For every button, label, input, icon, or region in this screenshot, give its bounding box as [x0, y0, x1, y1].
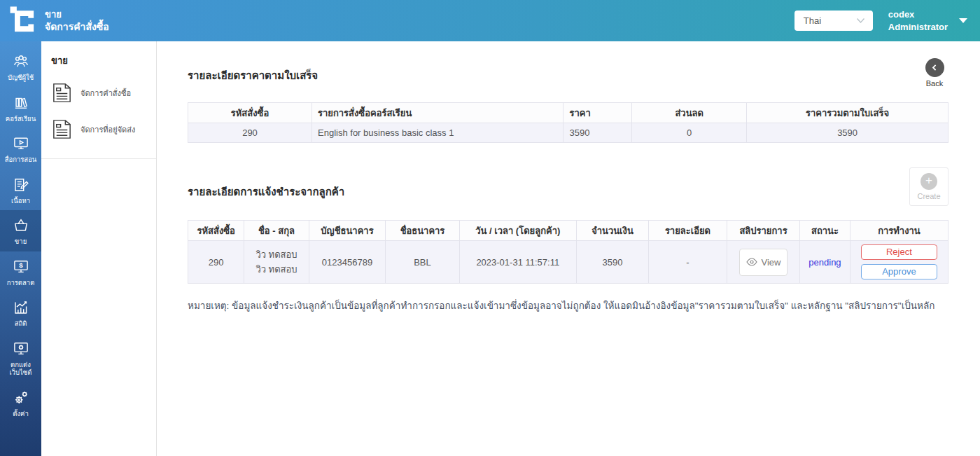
back-button[interactable]: Back: [918, 58, 951, 88]
header-slip: สลิปรายการ: [727, 221, 799, 241]
cell-datetime: 2023-01-31 11:57:11: [459, 241, 576, 284]
payment-table: รหัสสั่งซื้อ ชื่อ - สกุล บัญชีธนาคาร ชื่…: [188, 220, 948, 284]
sidebar-item-label: ตกแต่งเว็บไซต์: [1, 361, 41, 377]
cell-amount: 3590: [576, 241, 648, 284]
cell-status: pending: [800, 241, 850, 284]
header-bank-account: บัญชีธนาคาร: [309, 221, 386, 241]
eye-icon: [746, 258, 757, 266]
header-order-code: รหัสสั่งซื้อ: [188, 221, 244, 241]
document-icon: [50, 118, 74, 141]
chevron-left-icon: [931, 64, 938, 71]
receipt-table: รหัสสั่งซื้อ รายการสั่งซื้อคอร์สเรียน รา…: [188, 102, 948, 143]
books-icon: [12, 94, 30, 112]
submenu-panel: ขาย จัดการคำสั่งซื้อ จัดการที่อยู่จัดส่ง: [41, 41, 157, 456]
submenu-item-label: จัดการที่อยู่จัดส่ง: [80, 123, 135, 136]
cell-detail: -: [649, 241, 727, 284]
payment-table-row: 290 วิว ทดสอบ วิว ทดสอบ 0123456789 BBL 2…: [188, 241, 948, 284]
create-button-label: Create: [917, 192, 940, 200]
sidebar-item-courses[interactable]: คอร์สเรียน: [0, 88, 41, 129]
brand-section-label: ขาย: [45, 8, 109, 20]
payment-section-title: รายละเอียดการแจ้งชำระจากลูกค้า: [188, 184, 910, 200]
reject-button[interactable]: Reject: [861, 244, 937, 260]
sidebar-item-label: คอร์สเรียน: [6, 115, 36, 123]
page-title-block: ขาย จัดการคำสั่งซื้อ: [45, 8, 109, 34]
language-select[interactable]: Thai: [794, 11, 873, 31]
sidebar-item-teaching-media[interactable]: สื่อการสอน: [0, 128, 41, 170]
caret-down-icon: [959, 18, 967, 23]
sidebar-item-label: เนื้อหา: [11, 197, 30, 205]
sidebar-item-website-customize[interactable]: ตกแต่งเว็บไซต์: [0, 333, 41, 382]
payment-note: หมายเหตุ: ข้อมูลแจ้งชำระเงินลูกค้าเป็นข้…: [188, 299, 952, 312]
header-datetime: วัน / เวลา (โดยลูกค้า): [459, 221, 576, 241]
sidebar-item-label: สื่อการสอน: [5, 156, 37, 164]
back-button-label: Back: [926, 79, 943, 88]
header-status: สถานะ: [800, 221, 850, 241]
header-receipt-total: ราคารวมตามใบเสร็จ: [747, 103, 948, 123]
payment-table-header-row: รหัสสั่งซื้อ ชื่อ - สกุล บัญชีธนาคาร ชื่…: [188, 221, 948, 241]
cell-receipt-total: 3590: [747, 123, 948, 143]
view-slip-label: View: [762, 257, 781, 268]
cell-price: 3590: [564, 123, 632, 143]
cell-course-item: English for business basic class 1: [312, 123, 564, 143]
header-full-name: ชื่อ - สกุล: [244, 221, 309, 241]
header-bank-name: ชื่อธนาคาร: [386, 221, 459, 241]
approve-button[interactable]: Approve: [861, 264, 937, 279]
cell-bank-account: 0123456789: [309, 241, 386, 284]
header-order-code: รหัสสั่งซื้อ: [188, 103, 312, 123]
submenu-item-manage-orders[interactable]: จัดการคำสั่งซื้อ: [50, 81, 156, 104]
settings-gears-icon: [12, 389, 30, 407]
sidebar-item-statistics[interactable]: สถิติ: [0, 292, 41, 333]
receipt-table-row: 290 English for business basic class 1 3…: [188, 123, 948, 143]
users-icon: [12, 53, 30, 71]
header-amount: จำนวนเงิน: [576, 221, 648, 241]
submenu-item-manage-shipping[interactable]: จัดการที่อยู่จัดส่ง: [50, 118, 156, 141]
cell-bank-name: BBL: [386, 241, 459, 284]
content-edit-icon: [12, 176, 30, 194]
sidebar-item-label: บัญชีผู้ใช้: [8, 74, 34, 82]
user-role: Administrator: [888, 21, 948, 34]
cell-order-code: 290: [188, 241, 244, 284]
sidebar-item-settings[interactable]: ตั้งค่า: [0, 382, 41, 424]
create-button[interactable]: + Create: [909, 167, 948, 206]
statistics-chart-icon: [12, 298, 30, 317]
media-player-icon: [12, 134, 30, 153]
chevron-down-icon: [856, 18, 865, 24]
sidebar-item-content[interactable]: เนื้อหา: [0, 170, 41, 211]
cell-discount: 0: [632, 123, 747, 143]
plus-icon: +: [920, 173, 937, 190]
svg-text:$: $: [19, 261, 23, 269]
sidebar-item-marketing[interactable]: $ การตลาด: [0, 251, 41, 293]
language-select-value: Thai: [804, 15, 821, 26]
submenu-title: ขาย: [51, 53, 156, 68]
user-menu[interactable]: codex Administrator: [888, 8, 967, 34]
view-slip-button[interactable]: View: [739, 249, 788, 276]
website-customize-icon: [12, 340, 30, 358]
cell-actions: Reject Approve: [850, 241, 948, 284]
receipt-table-header-row: รหัสสั่งซื้อ รายการสั่งซื้อคอร์สเรียน รา…: [188, 103, 948, 123]
header-course-item: รายการสั่งซื้อคอร์สเรียน: [312, 103, 564, 123]
receipt-section-title: รายละเอียดราคาตามใบเสร็จ: [188, 67, 910, 84]
sidebar-item-user-accounts[interactable]: บัญชีผู้ใช้: [0, 46, 41, 88]
main-content: Back รายละเอียดราคาตามใบเสร็จ รหัสสั่งซื…: [157, 41, 980, 456]
sidebar-item-label: สถิติ: [15, 319, 27, 328]
user-name: codex: [888, 8, 948, 21]
document-icon: [50, 81, 74, 104]
brand-logo-icon: [8, 6, 36, 36]
sidebar-item-label: ตั้งค่า: [13, 410, 29, 418]
sidebar-item-label: ขาย: [15, 237, 27, 246]
submenu-item-label: จัดการคำสั่งซื้อ: [80, 87, 131, 99]
cell-order-code: 290: [188, 123, 312, 143]
topbar: ขาย จัดการคำสั่งซื้อ Thai codex Administ…: [0, 0, 980, 41]
submenu-divider: [41, 158, 156, 159]
basket-icon: [12, 216, 30, 235]
header-discount: ส่วนลด: [632, 103, 747, 123]
sidebar: บัญชีผู้ใช้ คอร์สเรียน สื่อการสอน เนื้อห…: [0, 41, 41, 456]
page-title: จัดการคำสั่งซื้อ: [45, 20, 109, 34]
header-actions: การทำงาน: [850, 221, 948, 241]
sidebar-item-sales[interactable]: ขาย: [0, 210, 41, 251]
header-price: ราคา: [564, 103, 632, 123]
marketing-monitor-icon: $: [12, 258, 30, 276]
status-badge: pending: [808, 257, 841, 268]
sidebar-item-label: การตลาด: [7, 279, 35, 287]
cell-slip: View: [727, 241, 799, 284]
